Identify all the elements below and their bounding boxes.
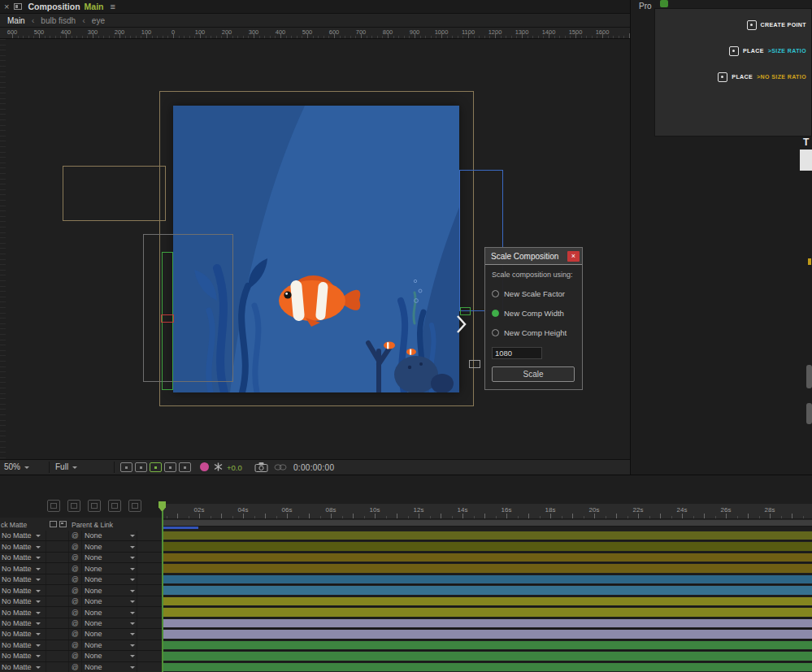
frame-blending-icon[interactable] xyxy=(88,500,101,512)
layer-duration-bar[interactable] xyxy=(163,542,812,550)
panel-close-icon[interactable]: × xyxy=(4,2,9,11)
track-matte-dropdown[interactable]: No Matte xyxy=(2,553,41,561)
layer-duration-bar[interactable] xyxy=(163,630,812,638)
parent-link-dropdown[interactable]: None xyxy=(85,641,135,649)
create-point-button[interactable]: CREATE POINT xyxy=(747,19,806,31)
parent-link-dropdown[interactable]: None xyxy=(85,553,135,561)
choose-grid-icon[interactable] xyxy=(120,462,132,472)
parent-link-dropdown[interactable]: None xyxy=(85,565,135,573)
radio-icon xyxy=(492,329,499,336)
parent-link-dropdown[interactable]: None xyxy=(85,587,135,595)
work-area-bar[interactable] xyxy=(163,519,812,527)
parent-link-dropdown[interactable]: None xyxy=(85,609,135,617)
place-size-ratio-button[interactable]: PLACE >SIZE RATIO xyxy=(729,45,806,57)
channels-icon[interactable] xyxy=(200,462,209,471)
parent-pickwhip-icon[interactable]: @ xyxy=(72,553,79,561)
track-matte-dropdown[interactable]: No Matte xyxy=(2,587,41,595)
layer-bounds-left[interactable] xyxy=(63,166,166,221)
parent-pickwhip-icon[interactable]: @ xyxy=(72,543,79,551)
breadcrumb-item-eye[interactable]: eye xyxy=(92,16,105,25)
track-matte-dropdown[interactable]: No Matte xyxy=(2,565,41,573)
parent-link-dropdown[interactable]: None xyxy=(85,630,135,638)
show-snapshot-icon[interactable] xyxy=(274,463,287,473)
time-ruler[interactable]: 02s04s06s08s10s12s14s16s18s20s22s24s26s2… xyxy=(163,504,812,519)
track-matte-dropdown[interactable]: No Matte xyxy=(2,609,41,617)
radio-option-new-comp-height[interactable]: New Comp Height xyxy=(492,323,575,342)
parent-pickwhip-icon[interactable]: @ xyxy=(72,575,79,583)
place-no-size-ratio-button[interactable]: PLACE >NO SIZE RATIO xyxy=(718,71,806,83)
parent-link-dropdown[interactable]: None xyxy=(85,652,135,660)
live-update-icon[interactable] xyxy=(67,500,80,512)
track-matte-dropdown[interactable]: No Matte xyxy=(2,619,41,627)
parent-pickwhip-icon[interactable]: @ xyxy=(72,641,79,649)
comp-width-input[interactable] xyxy=(492,347,542,359)
parent-pickwhip-icon[interactable]: @ xyxy=(72,630,79,638)
layer-duration-bar[interactable] xyxy=(163,608,812,616)
playhead-line[interactable] xyxy=(162,511,163,672)
layer-duration-bar[interactable] xyxy=(163,652,812,660)
radio-option-new-scale-factor[interactable]: New Scale Factor xyxy=(492,284,575,303)
parent-link-dropdown[interactable]: None xyxy=(85,663,135,671)
layer-handle-gray[interactable] xyxy=(469,360,480,368)
dialog-title-bar[interactable]: Scale Composition × xyxy=(485,248,582,265)
snapshot-camera-icon[interactable] xyxy=(254,462,268,475)
track-matte-dropdown[interactable]: No Matte xyxy=(2,630,41,638)
magnification-dropdown[interactable]: 50% xyxy=(4,462,29,471)
mask-visibility-icon[interactable] xyxy=(135,462,147,472)
chevron-down-icon xyxy=(36,557,41,559)
chevron-down-icon xyxy=(130,557,135,559)
resolution-dropdown[interactable]: Full xyxy=(55,462,77,471)
exposure-icon[interactable] xyxy=(214,462,223,473)
layer-duration-bar[interactable] xyxy=(163,553,812,561)
parent-pickwhip-icon[interactable]: @ xyxy=(72,597,79,605)
parent-link-dropdown[interactable]: None xyxy=(85,543,135,551)
track-matte-dropdown[interactable]: No Matte xyxy=(2,597,41,605)
layer-duration-bar[interactable] xyxy=(163,586,812,594)
docked-tool-swatch[interactable] xyxy=(800,150,812,171)
track-matte-dropdown[interactable]: No Matte xyxy=(2,641,41,649)
parent-pickwhip-icon[interactable]: @ xyxy=(72,565,79,573)
breadcrumb-item-bulb-fisdh[interactable]: bulb fisdh xyxy=(41,16,76,25)
parent-pickwhip-icon[interactable]: @ xyxy=(72,531,79,540)
panel-menu-icon[interactable]: ≡ xyxy=(111,2,115,11)
parent-link-dropdown[interactable]: None xyxy=(85,575,135,583)
radio-option-new-comp-width[interactable]: New Comp Width xyxy=(492,303,575,323)
parent-pickwhip-icon[interactable]: @ xyxy=(72,663,79,671)
track-matte-dropdown[interactable]: No Matte xyxy=(2,531,41,540)
layer-bounds-red[interactable] xyxy=(161,314,174,323)
parent-pickwhip-icon[interactable]: @ xyxy=(72,609,79,617)
parent-pickwhip-icon[interactable]: @ xyxy=(72,652,79,660)
scrollbar-handle[interactable] xyxy=(806,403,812,424)
parent-pickwhip-icon[interactable]: @ xyxy=(72,587,79,595)
layer-duration-bar[interactable] xyxy=(163,641,812,649)
exposure-value[interactable]: +0.0 xyxy=(227,463,242,472)
layer-duration-bar[interactable] xyxy=(163,619,812,627)
graph-editor-icon[interactable] xyxy=(128,500,141,512)
parent-link-dropdown[interactable]: None xyxy=(85,619,135,627)
motion-blur-icon[interactable] xyxy=(108,500,121,512)
transparency-grid-icon[interactable] xyxy=(164,462,176,472)
composition-viewport[interactable]: Scale Composition × Scale composition us… xyxy=(0,39,630,459)
parent-link-dropdown[interactable]: None xyxy=(85,531,135,540)
track-matte-dropdown[interactable]: No Matte xyxy=(2,543,41,551)
properties-tab[interactable]: Pro xyxy=(639,2,652,11)
track-matte-dropdown[interactable]: No Matte xyxy=(2,652,41,660)
layer-duration-bar[interactable] xyxy=(163,575,812,583)
layer-bounds-gray[interactable] xyxy=(143,234,233,382)
breadcrumb-item-main[interactable]: Main xyxy=(7,16,25,25)
timecode-display[interactable]: 0:00:00:00 xyxy=(293,463,334,472)
comp-marker-bin-icon[interactable] xyxy=(47,500,60,512)
pixel-aspect-icon[interactable] xyxy=(179,462,191,472)
region-of-interest-icon[interactable] xyxy=(150,462,162,472)
layer-duration-bar[interactable] xyxy=(163,597,812,605)
parent-link-dropdown[interactable]: None xyxy=(85,597,135,605)
parent-pickwhip-icon[interactable]: @ xyxy=(72,619,79,627)
layer-duration-bar[interactable] xyxy=(163,564,812,572)
scale-button[interactable]: Scale xyxy=(492,366,575,382)
layer-duration-bar[interactable] xyxy=(163,531,812,540)
track-matte-dropdown[interactable]: No Matte xyxy=(2,663,41,671)
track-matte-dropdown[interactable]: No Matte xyxy=(2,575,41,583)
dialog-close-button[interactable]: × xyxy=(567,251,580,262)
scrollbar-handle[interactable] xyxy=(806,365,812,388)
layer-duration-bar[interactable] xyxy=(163,663,812,671)
